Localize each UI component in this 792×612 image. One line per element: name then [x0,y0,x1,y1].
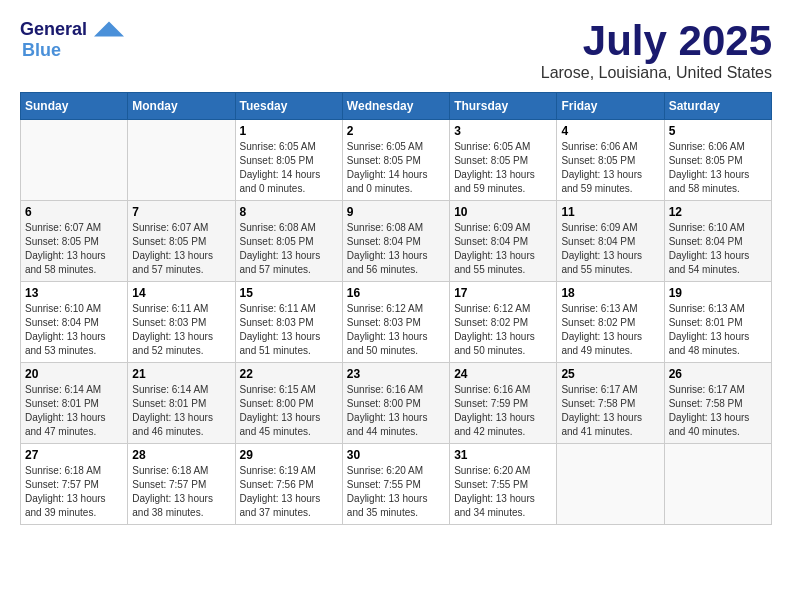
day-info: Sunrise: 6:10 AM Sunset: 8:04 PM Dayligh… [669,221,767,277]
day-number: 20 [25,367,123,381]
day-info: Sunrise: 6:19 AM Sunset: 7:56 PM Dayligh… [240,464,338,520]
day-number: 3 [454,124,552,138]
calendar-week-5: 27Sunrise: 6:18 AM Sunset: 7:57 PM Dayli… [21,444,772,525]
calendar-cell: 3Sunrise: 6:05 AM Sunset: 8:05 PM Daylig… [450,120,557,201]
day-info: Sunrise: 6:12 AM Sunset: 8:03 PM Dayligh… [347,302,445,358]
calendar-cell: 28Sunrise: 6:18 AM Sunset: 7:57 PM Dayli… [128,444,235,525]
day-info: Sunrise: 6:13 AM Sunset: 8:01 PM Dayligh… [669,302,767,358]
day-number: 10 [454,205,552,219]
calendar-cell: 7Sunrise: 6:07 AM Sunset: 8:05 PM Daylig… [128,201,235,282]
day-info: Sunrise: 6:14 AM Sunset: 8:01 PM Dayligh… [25,383,123,439]
day-number: 21 [132,367,230,381]
day-number: 13 [25,286,123,300]
calendar-cell: 4Sunrise: 6:06 AM Sunset: 8:05 PM Daylig… [557,120,664,201]
day-info: Sunrise: 6:14 AM Sunset: 8:01 PM Dayligh… [132,383,230,439]
calendar-cell: 29Sunrise: 6:19 AM Sunset: 7:56 PM Dayli… [235,444,342,525]
day-number: 27 [25,448,123,462]
calendar-cell: 23Sunrise: 6:16 AM Sunset: 8:00 PM Dayli… [342,363,449,444]
calendar-cell: 27Sunrise: 6:18 AM Sunset: 7:57 PM Dayli… [21,444,128,525]
logo-general: General [20,19,87,39]
day-number: 29 [240,448,338,462]
calendar-cell: 25Sunrise: 6:17 AM Sunset: 7:58 PM Dayli… [557,363,664,444]
calendar-week-3: 13Sunrise: 6:10 AM Sunset: 8:04 PM Dayli… [21,282,772,363]
calendar-cell: 13Sunrise: 6:10 AM Sunset: 8:04 PM Dayli… [21,282,128,363]
day-info: Sunrise: 6:06 AM Sunset: 8:05 PM Dayligh… [669,140,767,196]
calendar-cell: 5Sunrise: 6:06 AM Sunset: 8:05 PM Daylig… [664,120,771,201]
day-info: Sunrise: 6:17 AM Sunset: 7:58 PM Dayligh… [669,383,767,439]
calendar-cell: 10Sunrise: 6:09 AM Sunset: 8:04 PM Dayli… [450,201,557,282]
weekday-header-tuesday: Tuesday [235,93,342,120]
day-info: Sunrise: 6:09 AM Sunset: 8:04 PM Dayligh… [454,221,552,277]
day-info: Sunrise: 6:05 AM Sunset: 8:05 PM Dayligh… [454,140,552,196]
calendar-cell [664,444,771,525]
calendar-cell [128,120,235,201]
day-info: Sunrise: 6:15 AM Sunset: 8:00 PM Dayligh… [240,383,338,439]
day-number: 2 [347,124,445,138]
day-info: Sunrise: 6:16 AM Sunset: 7:59 PM Dayligh… [454,383,552,439]
calendar-cell: 19Sunrise: 6:13 AM Sunset: 8:01 PM Dayli… [664,282,771,363]
day-info: Sunrise: 6:11 AM Sunset: 8:03 PM Dayligh… [132,302,230,358]
calendar-cell: 26Sunrise: 6:17 AM Sunset: 7:58 PM Dayli… [664,363,771,444]
day-number: 12 [669,205,767,219]
day-number: 28 [132,448,230,462]
day-info: Sunrise: 6:17 AM Sunset: 7:58 PM Dayligh… [561,383,659,439]
day-number: 11 [561,205,659,219]
calendar-cell: 8Sunrise: 6:08 AM Sunset: 8:05 PM Daylig… [235,201,342,282]
day-info: Sunrise: 6:10 AM Sunset: 8:04 PM Dayligh… [25,302,123,358]
day-info: Sunrise: 6:05 AM Sunset: 8:05 PM Dayligh… [240,140,338,196]
day-info: Sunrise: 6:18 AM Sunset: 7:57 PM Dayligh… [25,464,123,520]
day-number: 30 [347,448,445,462]
day-info: Sunrise: 6:20 AM Sunset: 7:55 PM Dayligh… [454,464,552,520]
day-number: 1 [240,124,338,138]
calendar-week-1: 1Sunrise: 6:05 AM Sunset: 8:05 PM Daylig… [21,120,772,201]
day-number: 16 [347,286,445,300]
calendar-cell: 18Sunrise: 6:13 AM Sunset: 8:02 PM Dayli… [557,282,664,363]
weekday-header-wednesday: Wednesday [342,93,449,120]
logo-blue: Blue [22,40,61,61]
day-number: 17 [454,286,552,300]
weekday-header-monday: Monday [128,93,235,120]
day-number: 19 [669,286,767,300]
main-title: July 2025 [541,20,772,62]
calendar-cell: 14Sunrise: 6:11 AM Sunset: 8:03 PM Dayli… [128,282,235,363]
calendar-cell: 15Sunrise: 6:11 AM Sunset: 8:03 PM Dayli… [235,282,342,363]
calendar-cell: 20Sunrise: 6:14 AM Sunset: 8:01 PM Dayli… [21,363,128,444]
weekday-header-thursday: Thursday [450,93,557,120]
calendar-cell: 12Sunrise: 6:10 AM Sunset: 8:04 PM Dayli… [664,201,771,282]
day-info: Sunrise: 6:13 AM Sunset: 8:02 PM Dayligh… [561,302,659,358]
calendar-week-4: 20Sunrise: 6:14 AM Sunset: 8:01 PM Dayli… [21,363,772,444]
weekday-header-sunday: Sunday [21,93,128,120]
day-number: 26 [669,367,767,381]
day-info: Sunrise: 6:05 AM Sunset: 8:05 PM Dayligh… [347,140,445,196]
calendar-cell: 17Sunrise: 6:12 AM Sunset: 8:02 PM Dayli… [450,282,557,363]
calendar-cell: 21Sunrise: 6:14 AM Sunset: 8:01 PM Dayli… [128,363,235,444]
calendar-cell: 31Sunrise: 6:20 AM Sunset: 7:55 PM Dayli… [450,444,557,525]
calendar-cell: 30Sunrise: 6:20 AM Sunset: 7:55 PM Dayli… [342,444,449,525]
calendar-cell: 24Sunrise: 6:16 AM Sunset: 7:59 PM Dayli… [450,363,557,444]
day-info: Sunrise: 6:09 AM Sunset: 8:04 PM Dayligh… [561,221,659,277]
day-number: 24 [454,367,552,381]
calendar-cell: 1Sunrise: 6:05 AM Sunset: 8:05 PM Daylig… [235,120,342,201]
calendar-cell [557,444,664,525]
calendar-week-2: 6Sunrise: 6:07 AM Sunset: 8:05 PM Daylig… [21,201,772,282]
day-info: Sunrise: 6:06 AM Sunset: 8:05 PM Dayligh… [561,140,659,196]
day-info: Sunrise: 6:20 AM Sunset: 7:55 PM Dayligh… [347,464,445,520]
calendar-cell: 16Sunrise: 6:12 AM Sunset: 8:03 PM Dayli… [342,282,449,363]
calendar-cell: 11Sunrise: 6:09 AM Sunset: 8:04 PM Dayli… [557,201,664,282]
day-number: 15 [240,286,338,300]
day-number: 9 [347,205,445,219]
day-number: 8 [240,205,338,219]
weekday-header-friday: Friday [557,93,664,120]
calendar-cell: 2Sunrise: 6:05 AM Sunset: 8:05 PM Daylig… [342,120,449,201]
day-number: 23 [347,367,445,381]
page-header: General Blue July 2025 Larose, Louisiana… [20,20,772,82]
weekday-header-row: SundayMondayTuesdayWednesdayThursdayFrid… [21,93,772,120]
calendar-cell: 9Sunrise: 6:08 AM Sunset: 8:04 PM Daylig… [342,201,449,282]
day-info: Sunrise: 6:16 AM Sunset: 8:00 PM Dayligh… [347,383,445,439]
calendar-cell [21,120,128,201]
day-number: 5 [669,124,767,138]
day-info: Sunrise: 6:18 AM Sunset: 7:57 PM Dayligh… [132,464,230,520]
day-info: Sunrise: 6:08 AM Sunset: 8:04 PM Dayligh… [347,221,445,277]
day-number: 22 [240,367,338,381]
subtitle: Larose, Louisiana, United States [541,64,772,82]
